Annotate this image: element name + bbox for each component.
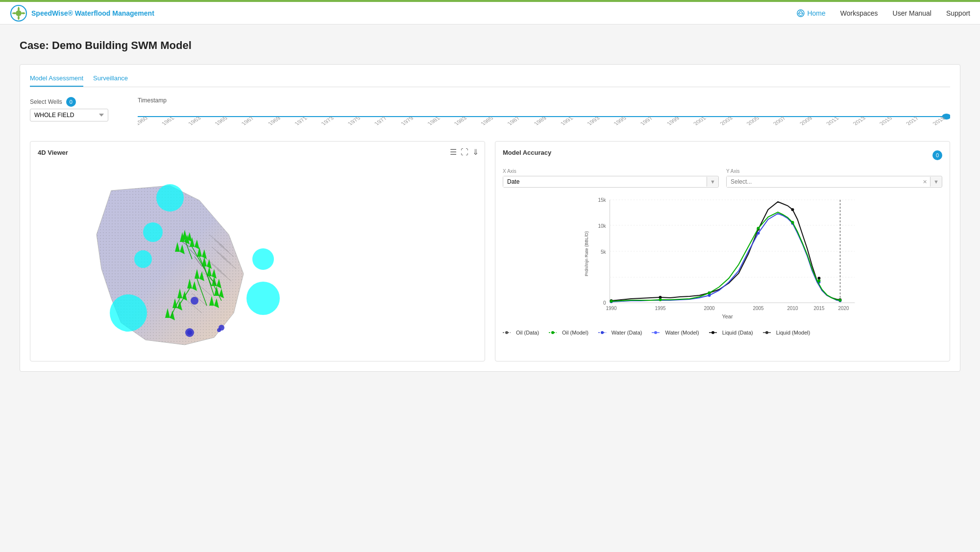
y-axis-clear-btn[interactable]: ✕ xyxy=(920,177,930,187)
svg-point-113 xyxy=(791,208,794,211)
timeline-svg[interactable]: 1960 1961 1963 1965 1967 1969 1971 1973 … xyxy=(138,107,950,131)
y-axis-input[interactable] xyxy=(727,176,920,187)
svg-text:1975: 1975 xyxy=(346,116,362,126)
svg-text:2020: 2020 xyxy=(838,306,849,311)
tab-surveillance[interactable]: Surveillance xyxy=(93,74,128,87)
filter-icon[interactable]: ☰ xyxy=(450,147,457,157)
well-select-section: Select Wells 0 WHOLE FIELD xyxy=(30,97,128,121)
legend-liquid-model-label: Liquid (Model) xyxy=(776,330,810,336)
accuracy-chart-svg: 15k 10k 5k 0 1990 1995 2000 2005 2010 20… xyxy=(503,195,942,327)
home-icon xyxy=(797,9,805,17)
top-navigation: SpeedWise® Waterflood Management Home Wo… xyxy=(0,0,980,24)
page-content: Case: Demo Building SWM Model Model Asse… xyxy=(0,24,980,386)
svg-text:1971: 1971 xyxy=(293,116,308,126)
svg-text:1997: 1997 xyxy=(639,116,654,126)
legend-oil-data: Oil (Data) xyxy=(503,330,539,336)
svg-text:2010: 2010 xyxy=(787,306,798,311)
x-axis-dropdown-btn[interactable]: ▼ xyxy=(707,177,718,187)
svg-point-135 xyxy=(601,331,604,334)
user-manual-link[interactable]: User Manual xyxy=(893,9,931,17)
expand-icon[interactable]: ⛶ xyxy=(461,148,468,157)
svg-point-39 xyxy=(143,222,163,242)
svg-text:1987: 1987 xyxy=(506,116,521,126)
legend-liquid-data-label: Liquid (Data) xyxy=(722,330,753,336)
support-link[interactable]: Support xyxy=(946,9,970,17)
viewer-area xyxy=(38,161,477,347)
svg-point-133 xyxy=(551,331,554,334)
svg-text:2003: 2003 xyxy=(718,116,734,126)
svg-point-46 xyxy=(191,297,198,305)
svg-text:1999: 1999 xyxy=(665,116,681,126)
legend-water-data: Water (Data) xyxy=(598,330,642,336)
nav-links: Home Workspaces User Manual Support xyxy=(797,9,970,17)
legend-water-model-label: Water (Model) xyxy=(665,330,699,336)
svg-text:1989: 1989 xyxy=(533,116,548,126)
download-icon[interactable]: ⇓ xyxy=(472,147,479,157)
tab-model-assessment[interactable]: Model Assessment xyxy=(30,74,83,87)
svg-text:1991: 1991 xyxy=(559,116,574,126)
svg-text:10k: 10k xyxy=(598,223,606,229)
svg-text:2017: 2017 xyxy=(905,116,920,126)
legend-water-model-icon xyxy=(652,330,662,335)
svg-point-118 xyxy=(757,232,760,235)
workspaces-link[interactable]: Workspaces xyxy=(840,9,878,17)
svg-point-128 xyxy=(839,299,842,302)
svg-point-139 xyxy=(711,331,714,334)
svg-text:1969: 1969 xyxy=(267,116,282,126)
svg-point-40 xyxy=(134,250,152,268)
svg-text:1973: 1973 xyxy=(319,116,335,126)
y-axis-dropdown-btn[interactable]: ▼ xyxy=(930,177,942,187)
svg-point-123 xyxy=(659,298,662,301)
svg-text:1965: 1965 xyxy=(213,116,228,126)
accuracy-panel-header: Model Accuracy 0 xyxy=(503,149,942,161)
chart-container: 15k 10k 5k 0 1990 1995 2000 2005 2010 20… xyxy=(503,195,942,322)
timestamp-label: Timestamp xyxy=(138,97,950,104)
well-count-badge: 0 xyxy=(66,97,76,107)
home-link[interactable]: Home xyxy=(797,9,825,17)
svg-text:5k: 5k xyxy=(601,249,607,255)
svg-text:1979: 1979 xyxy=(399,116,415,126)
svg-point-89 xyxy=(187,330,192,335)
svg-text:2015: 2015 xyxy=(813,306,825,311)
panels-row: 4D Viewer ☰ ⛶ ⇓ xyxy=(30,141,950,361)
svg-text:2009: 2009 xyxy=(798,116,813,126)
svg-text:2013: 2013 xyxy=(852,116,867,126)
x-axis-input[interactable] xyxy=(503,176,707,187)
viewer-panel: 4D Viewer ☰ ⛶ ⇓ xyxy=(30,141,485,361)
svg-text:2005: 2005 xyxy=(753,306,764,311)
svg-text:15k: 15k xyxy=(598,197,606,203)
accuracy-panel: Model Accuracy 0 X Axis ▼ Y Axis xyxy=(495,141,950,361)
accuracy-badge: 0 xyxy=(932,150,942,160)
well-select-label: Select Wells 0 xyxy=(30,97,128,107)
accuracy-title: Model Accuracy xyxy=(503,149,551,156)
svg-point-38 xyxy=(156,184,184,212)
app-title: SpeedWise® Waterflood Management xyxy=(31,9,154,17)
svg-point-42 xyxy=(246,282,280,315)
legend-liquid-model: Liquid (Model) xyxy=(763,330,810,336)
viewer-title: 4D Viewer xyxy=(38,149,477,156)
legend-oil-model-label: Oil (Model) xyxy=(562,330,588,336)
page-title: Case: Demo Building SWM Model xyxy=(20,39,960,52)
svg-point-124 xyxy=(708,291,711,294)
svg-point-122 xyxy=(610,300,613,303)
y-axis-select-row: ✕ ▼ xyxy=(726,176,942,188)
svg-text:1977: 1977 xyxy=(373,116,388,126)
svg-text:2007: 2007 xyxy=(772,116,787,126)
svg-text:0: 0 xyxy=(603,300,606,306)
svg-text:1993: 1993 xyxy=(586,116,601,126)
x-axis-label: X Axis xyxy=(503,168,719,174)
well-select-dropdown[interactable]: WHOLE FIELD xyxy=(30,109,108,121)
y-axis-label: Y Axis xyxy=(726,168,942,174)
svg-text:1985: 1985 xyxy=(479,116,494,126)
axis-selectors: X Axis ▼ Y Axis ✕ ▼ xyxy=(503,168,942,188)
x-axis-group: X Axis ▼ xyxy=(503,168,719,188)
svg-point-127 xyxy=(818,279,821,282)
svg-point-43 xyxy=(252,248,274,270)
svg-text:2001: 2001 xyxy=(692,116,707,126)
main-card: Model Assessment Surveillance Select Wel… xyxy=(20,64,960,372)
legend-oil-data-label: Oil (Data) xyxy=(516,330,539,336)
svg-text:Prdn/Injn Rate (BBL/D): Prdn/Injn Rate (BBL/D) xyxy=(584,231,589,276)
svg-text:Year: Year xyxy=(722,313,733,319)
tabs-container: Model Assessment Surveillance xyxy=(30,74,950,87)
legend-liquid-model-icon xyxy=(763,330,774,335)
